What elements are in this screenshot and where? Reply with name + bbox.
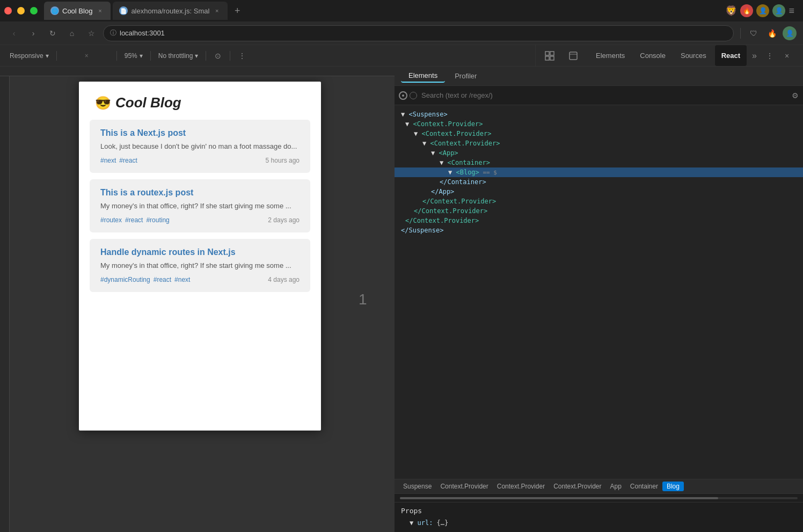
tree-suspense-open[interactable]: ▼ <Suspense>	[395, 110, 803, 119]
breadcrumb-suspense[interactable]: Suspense	[399, 482, 436, 491]
window-min-btn[interactable]	[17, 7, 25, 14]
width-input: 451	[61, 52, 81, 60]
subtab-profiler[interactable]: Profiler	[447, 70, 484, 82]
breadcrumb-blog[interactable]: Blog	[662, 482, 684, 491]
back-button[interactable]: ‹	[6, 26, 21, 41]
tag-react-3[interactable]: #react	[154, 276, 171, 283]
tag-routex[interactable]: #routex	[100, 216, 122, 224]
breadcrumb-context1[interactable]: Context.Provider	[436, 482, 492, 491]
toolbar-separator-2	[116, 51, 117, 61]
devtools-panel-tabs: Elements Console Sources React » ⋮ ×	[536, 45, 803, 66]
zoom-arrow: ▾	[140, 52, 143, 60]
bookmark-button[interactable]: ☆	[84, 26, 99, 41]
props-panel: Props ▼ url: {…}	[395, 502, 803, 532]
window-controls	[4, 7, 38, 14]
breadcrumb-context2[interactable]: Context.Provider	[493, 482, 549, 491]
breadcrumb-container[interactable]: Container	[626, 482, 662, 491]
post-title-2[interactable]: This is a routex.js post	[100, 188, 300, 198]
panel-tab-react[interactable]: React	[715, 45, 747, 66]
reload-button[interactable]: ↻	[45, 26, 60, 41]
tree-app-close[interactable]: </App>	[395, 187, 803, 196]
scroll-bar[interactable]	[400, 497, 798, 499]
home-button[interactable]: ⌂	[64, 26, 79, 41]
zoom-dropdown[interactable]: 95% ▾	[121, 50, 146, 62]
post-excerpt-1: Look, just because I don't be givin' no …	[100, 142, 300, 150]
throttle-dropdown[interactable]: No throttling ▾	[155, 50, 202, 62]
tag-react-2[interactable]: #react	[125, 216, 143, 224]
user-profile-icon[interactable]: 👤	[783, 26, 797, 40]
breadcrumb-context3[interactable]: Context.Provider	[549, 482, 605, 491]
devtools-right-icons: ⋮ ×	[762, 48, 799, 63]
tree-context2-close[interactable]: </Context.Provider>	[395, 206, 803, 216]
tree-context3-open[interactable]: ▼ <Context.Provider>	[395, 139, 803, 148]
tab-title-1: Cool Blog	[62, 7, 92, 15]
forward-button[interactable]: ›	[26, 26, 41, 41]
panel-tab-sources[interactable]: Sources	[674, 45, 713, 66]
search-input[interactable]	[417, 91, 792, 99]
menu-icon[interactable]: ≡	[789, 5, 794, 17]
svg-rect-4	[570, 52, 577, 60]
responsive-arrow: ▾	[46, 52, 49, 60]
devtools-close-icon[interactable]: ×	[779, 48, 794, 63]
svg-rect-1	[550, 52, 554, 55]
height-value[interactable]: 585	[93, 52, 112, 60]
brave-rewards-icon[interactable]: 🔥	[764, 26, 779, 41]
tab-close-2[interactable]: ×	[213, 6, 221, 15]
tree-container-open[interactable]: ▼ <Container>	[395, 158, 803, 167]
viewport-area: 😎 Cool Blog This is a Next.js post Look,…	[0, 67, 395, 532]
tab-close-1[interactable]: ×	[96, 6, 104, 15]
responsive-dropdown[interactable]: Responsive ▾	[6, 50, 52, 62]
tree-context3-close[interactable]: </Context.Provider>	[395, 196, 803, 206]
tree-suspense-close[interactable]: </Suspense>	[395, 225, 803, 235]
tree-container-close[interactable]: </Container>	[395, 177, 803, 187]
profile-icon-3[interactable]: 👤	[772, 4, 785, 17]
device-icon[interactable]	[568, 50, 579, 61]
new-tab-button[interactable]: +	[230, 3, 245, 18]
responsive-label: Responsive	[10, 52, 43, 60]
brave-icon: 🦁	[725, 5, 737, 17]
profile-icon-2[interactable]: 👤	[756, 4, 769, 17]
tag-routing[interactable]: #routing	[146, 216, 169, 224]
tree-context2-open[interactable]: ▼ <Context.Provider>	[395, 129, 803, 139]
post-title-3[interactable]: Handle dynamic routes in Next.js	[100, 247, 300, 257]
tag-next[interactable]: #next	[100, 157, 116, 164]
tree-context1-close[interactable]: </Context.Provider>	[395, 216, 803, 225]
breadcrumb-app[interactable]: App	[606, 482, 626, 491]
devtools-settings-icon[interactable]: ⋮	[762, 48, 777, 63]
inspect-icon[interactable]	[544, 50, 555, 61]
tab-cool-blog[interactable]: 🌐 Cool Blog ×	[44, 2, 111, 20]
tag-dynamic[interactable]: #dynamicRouting	[100, 276, 150, 283]
tab-bar: 🌐 Cool Blog × 📄 alexhoma/routex.js: Smal…	[0, 0, 803, 21]
tag-react-1[interactable]: #react	[119, 157, 137, 164]
viewport-controls: Responsive ▾ 451 × 585 95% ▾ No throttli…	[0, 45, 536, 66]
search-settings-icon[interactable]: ⚙	[792, 91, 799, 100]
tab-routex[interactable]: 📄 alexhoma/routex.js: Smal ×	[113, 2, 228, 20]
tree-blog[interactable]: ▼ <Blog> == $	[395, 167, 803, 177]
tag-next-3[interactable]: #next	[174, 276, 190, 283]
rotate-icon[interactable]: ⊙	[210, 48, 225, 63]
panel-tab-elements[interactable]: Elements	[589, 45, 631, 66]
panel-more-icon[interactable]: »	[749, 51, 760, 61]
post-time-2: 2 days ago	[268, 216, 300, 224]
toolbar-separator-1	[56, 51, 57, 61]
window-close-btn[interactable]	[4, 7, 12, 14]
dimension-separator: ×	[85, 52, 89, 60]
brave-shield-icon[interactable]: 🛡	[746, 26, 761, 41]
post-title-1[interactable]: This is a Next.js post	[100, 128, 300, 138]
search-bar: ⚙	[395, 86, 803, 105]
browser-window: 🌐 Cool Blog × 📄 alexhoma/routex.js: Smal…	[0, 0, 803, 532]
tree-context1-open[interactable]: ▼ <Context.Provider>	[395, 119, 803, 129]
width-value[interactable]: 451	[61, 52, 81, 60]
subtab-elements[interactable]: Elements	[401, 69, 445, 83]
address-bar[interactable]: ⓘ localhost:3001	[103, 25, 734, 41]
profile-icon-1[interactable]: 🔥	[740, 4, 753, 17]
post-footer-1: #next #react 5 hours ago	[100, 157, 300, 164]
panel-tab-console[interactable]: Console	[633, 45, 672, 66]
devtools-toolbar: Responsive ▾ 451 × 585 95% ▾ No throttli…	[0, 45, 803, 67]
more-options-icon[interactable]: ⋮	[235, 48, 250, 63]
window-max-btn[interactable]	[30, 7, 38, 14]
tree-app-open[interactable]: ▼ <App>	[395, 148, 803, 158]
nav-separator	[740, 28, 741, 39]
post-tags-3: #dynamicRouting #react #next	[100, 276, 190, 283]
post-tags-1: #next #react	[100, 157, 137, 164]
